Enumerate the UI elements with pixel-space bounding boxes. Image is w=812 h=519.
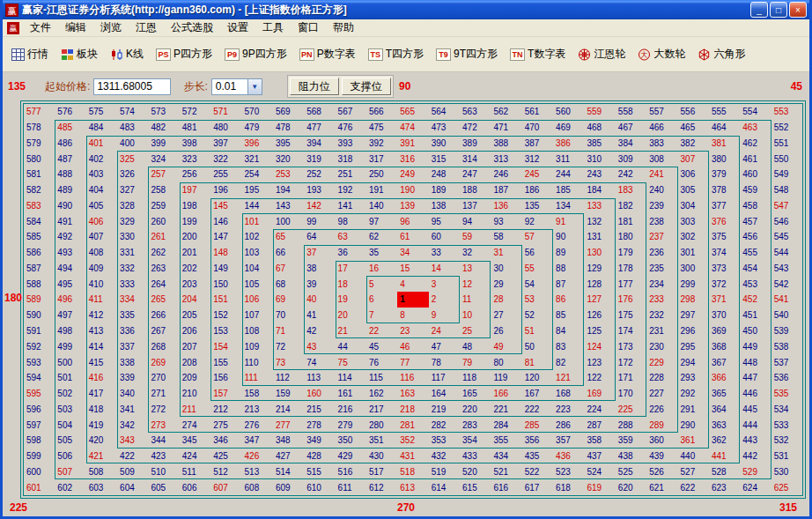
grid-cell[interactable]: 137 [460, 198, 491, 214]
grid-cell[interactable]: 512 [210, 463, 241, 479]
grid-cell[interactable]: 269 [148, 354, 179, 370]
grid-cell[interactable]: 318 [336, 151, 366, 167]
grid-cell[interactable]: 263 [148, 261, 179, 277]
grid-cell[interactable]: 167 [522, 386, 553, 402]
grid-cell[interactable]: 131 [584, 229, 615, 245]
grid-cell[interactable]: 420 [86, 433, 117, 449]
grid-cell[interactable]: 303 [678, 213, 709, 229]
grid-cell[interactable]: 458 [740, 198, 771, 214]
grid-cell[interactable]: 93 [491, 213, 521, 229]
grid-cell[interactable]: 539 [771, 323, 802, 339]
grid-cell[interactable]: 334 [117, 292, 148, 308]
grid-cell[interactable]: 109 [242, 338, 273, 354]
grid-cell[interactable]: 592 [24, 338, 55, 354]
grid-cell[interactable]: 522 [522, 463, 553, 479]
grid-cell[interactable]: 117 [429, 370, 460, 386]
grid-cell[interactable]: 53 [522, 292, 553, 308]
grid-cell[interactable]: 535 [771, 386, 802, 402]
grid-cell[interactable]: 568 [304, 104, 335, 120]
grid-cell[interactable]: 348 [273, 433, 304, 449]
grid-cell[interactable]: 150 [210, 276, 241, 292]
grid-cell[interactable]: 414 [86, 338, 117, 354]
grid-cell[interactable]: 408 [86, 245, 117, 261]
grid-cell[interactable]: 450 [740, 323, 771, 339]
grid-cell[interactable]: 362 [709, 433, 740, 449]
grid-cell[interactable]: 60 [429, 229, 460, 245]
grid-cell[interactable]: 527 [678, 463, 709, 479]
grid-cell[interactable]: 453 [740, 276, 771, 292]
grid-cell[interactable]: 465 [678, 120, 709, 136]
grid-cell[interactable]: 346 [210, 433, 241, 449]
grid-cell[interactable]: 103 [242, 245, 273, 261]
tool-9p-square[interactable]: P99P四方形 [219, 42, 292, 66]
grid-cell[interactable]: 598 [24, 433, 55, 449]
menu-item[interactable]: 设置 [220, 19, 255, 37]
grid-cell[interactable]: 517 [366, 463, 397, 479]
grid-cell[interactable]: 252 [304, 167, 335, 182]
grid-cell[interactable]: 247 [460, 167, 491, 182]
grid-cell[interactable]: 432 [429, 449, 460, 464]
grid-cell[interactable]: 514 [273, 463, 304, 479]
grid-cell[interactable]: 608 [242, 479, 273, 495]
grid-cell[interactable]: 368 [709, 338, 740, 354]
grid-cell[interactable]: 3 [429, 276, 460, 292]
grid-cell[interactable]: 294 [678, 354, 709, 370]
grid-cell[interactable]: 537 [771, 354, 802, 370]
grid-cell[interactable]: 24 [429, 323, 460, 339]
grid-cell[interactable]: 509 [117, 463, 148, 479]
grid-cell[interactable]: 30 [491, 261, 521, 277]
grid-cell[interactable]: 485 [55, 120, 85, 136]
grid-cell[interactable]: 559 [584, 104, 615, 120]
tool-t-table[interactable]: TNT数字表 [505, 42, 571, 66]
grid-cell[interactable]: 271 [148, 386, 179, 402]
grid-cell[interactable]: 133 [584, 198, 615, 214]
grid-cell[interactable]: 369 [709, 323, 740, 339]
grid-cell[interactable]: 142 [304, 198, 335, 214]
grid-cell[interactable]: 147 [210, 229, 241, 245]
grid-cell[interactable]: 123 [584, 354, 615, 370]
tool-t-square[interactable]: TST四方形 [363, 42, 429, 66]
grid-cell[interactable]: 26 [491, 323, 521, 339]
grid-cell[interactable]: 309 [616, 151, 646, 167]
grid-cell[interactable]: 425 [210, 449, 241, 464]
grid-cell[interactable]: 520 [460, 463, 491, 479]
grid-cell[interactable]: 119 [491, 370, 521, 386]
grid-cell[interactable]: 132 [584, 213, 615, 229]
tool-hexagon[interactable]: 六角形 [692, 42, 750, 66]
grid-cell[interactable]: 623 [709, 479, 740, 495]
grid-cell[interactable]: 297 [678, 308, 709, 323]
grid-cell[interactable]: 11 [460, 292, 491, 308]
grid-cell[interactable]: 516 [336, 463, 366, 479]
minimize-button[interactable]: _ [750, 2, 768, 18]
resistance-button[interactable]: 阻力位 [290, 78, 339, 95]
grid-cell[interactable]: 427 [273, 449, 304, 464]
grid-cell[interactable]: 64 [304, 229, 335, 245]
grid-cell[interactable]: 548 [771, 182, 802, 198]
grid-cell[interactable]: 295 [678, 338, 709, 354]
grid-cell[interactable]: 134 [553, 198, 584, 214]
grid-cell[interactable]: 606 [180, 479, 210, 495]
grid-cell[interactable]: 46 [397, 338, 428, 354]
grid-cell[interactable]: 438 [616, 449, 646, 464]
grid-cell[interactable]: 210 [180, 386, 210, 402]
grid-cell[interactable]: 235 [646, 261, 677, 277]
grid-cell[interactable]: 342 [117, 417, 148, 433]
grid-cell[interactable]: 437 [584, 449, 615, 464]
grid-cell[interactable]: 50 [522, 338, 553, 354]
grid-cell[interactable]: 198 [180, 198, 210, 214]
grid-cell[interactable]: 94 [460, 213, 491, 229]
grid-cell[interactable]: 439 [646, 449, 677, 464]
tool-gann-wheel[interactable]: 江恩轮 [572, 42, 631, 66]
grid-cell[interactable]: 493 [55, 245, 85, 261]
grid-cell[interactable]: 448 [740, 354, 771, 370]
grid-cell[interactable]: 311 [553, 151, 584, 167]
grid-cell[interactable]: 375 [709, 229, 740, 245]
grid-cell[interactable]: 399 [148, 136, 179, 152]
grid-cell[interactable]: 549 [771, 167, 802, 182]
grid-cell[interactable]: 37 [304, 245, 335, 261]
grid-cell[interactable]: 358 [584, 433, 615, 449]
grid-cell[interactable]: 565 [397, 104, 428, 120]
grid-cell[interactable]: 589 [24, 292, 55, 308]
grid-cell[interactable]: 403 [86, 167, 117, 182]
grid-cell[interactable]: 129 [584, 261, 615, 277]
